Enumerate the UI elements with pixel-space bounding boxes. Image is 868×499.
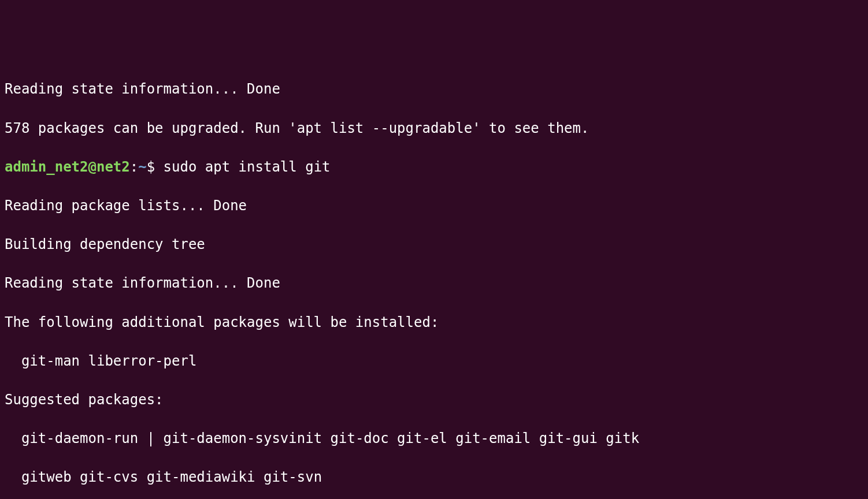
prompt-user-host: admin_net2@net2 (5, 159, 130, 175)
output-line: git-daemon-run | git-daemon-sysvinit git… (5, 429, 863, 449)
prompt-dollar: $ (147, 159, 164, 175)
output-line: Reading package lists... Done (5, 196, 863, 216)
output-line: Suggested packages: (5, 390, 863, 410)
output-line: gitweb git-cvs git-mediawiki git-svn (5, 468, 863, 487)
prompt-separator: : (130, 159, 138, 175)
output-line: git-man liberror-perl (5, 352, 863, 371)
output-line: The following additional packages will b… (5, 313, 863, 333)
command-input[interactable]: sudo apt install git (164, 159, 331, 175)
terminal-output[interactable]: Reading state information... Done 578 pa… (5, 80, 863, 499)
prompt-path: ~ (138, 159, 146, 175)
output-line: Building dependency tree (5, 235, 863, 255)
output-line: 578 packages can be upgraded. Run 'apt l… (5, 119, 863, 139)
prompt-line: admin_net2@net2:~$ sudo apt install git (5, 158, 863, 177)
output-line: Reading state information... Done (5, 80, 863, 99)
output-line: Reading state information... Done (5, 274, 863, 293)
